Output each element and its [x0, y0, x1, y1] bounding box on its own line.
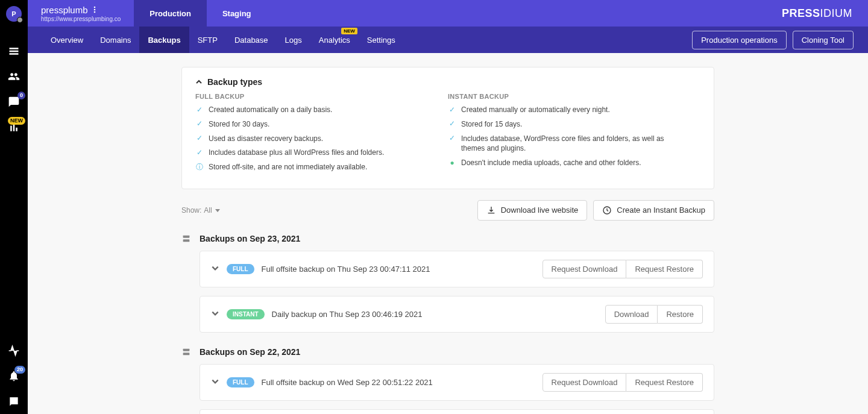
rail-notifications[interactable]: 20: [0, 363, 28, 389]
day-heading: Backups on Sep 23, 2021: [181, 234, 714, 243]
full-backup-heading: FULL BACKUP: [195, 93, 436, 100]
site-info[interactable]: pressplumb https://www.pressplumbing.co: [28, 5, 134, 22]
instant-backup-list: ✓Created manually or automatically every…: [448, 105, 688, 168]
account-avatar[interactable]: P: [6, 6, 22, 22]
backup-description: Full offsite backup on Thu Sep 23 00:47:…: [262, 265, 535, 274]
left-rail: P 0 NEW 20: [0, 0, 28, 414]
rail-sites[interactable]: [0, 39, 28, 64]
svg-rect-4: [183, 236, 190, 238]
env-tab-production[interactable]: Production: [134, 0, 207, 27]
tab-settings[interactable]: Settings: [359, 27, 404, 53]
expand-row[interactable]: [211, 264, 219, 274]
download-live-website-button[interactable]: Download live website: [477, 200, 588, 221]
tab-sftp[interactable]: SFTP: [189, 27, 226, 53]
request-download-button[interactable]: Request Download: [542, 373, 627, 392]
server-icon: [181, 347, 191, 357]
svg-point-2: [93, 11, 95, 13]
request-download-button[interactable]: Request Download: [542, 260, 627, 278]
tab-overview[interactable]: Overview: [42, 27, 92, 53]
backup-row: Instant Daily backup on Thu Sep 23 00:46…: [200, 296, 714, 333]
top-bar: pressplumb https://www.pressplumbing.co …: [28, 0, 868, 27]
production-operations-button[interactable]: Production operations: [692, 31, 786, 49]
activity-icon: [8, 345, 20, 357]
tab-logs[interactable]: Logs: [277, 27, 310, 53]
chat-badge: 0: [17, 92, 25, 99]
check-icon: ✓: [195, 134, 204, 143]
server-icon: [181, 234, 191, 243]
backup-actions: Request Download Request Restore: [542, 373, 703, 392]
brand-logo: PRESSIDIUM: [782, 7, 868, 20]
check-icon: ✓: [448, 120, 456, 128]
backup-types-panel: Backup types FULL BACKUP ✓Created automa…: [181, 67, 714, 189]
svg-rect-6: [183, 349, 190, 351]
svg-marker-3: [215, 209, 220, 212]
sub-nav: Overview Domains Backups SFTP Database L…: [28, 27, 868, 53]
check-icon: ✓: [195, 105, 204, 114]
svg-point-1: [93, 9, 95, 11]
backup-actions: Download Restore: [605, 305, 703, 324]
rail-help[interactable]: [0, 389, 28, 414]
chevron-up-icon: [195, 78, 203, 86]
help-icon: [8, 395, 20, 407]
notifications-badge: 20: [14, 366, 25, 374]
svg-rect-5: [183, 239, 190, 242]
new-flag: NEW: [341, 28, 357, 34]
request-restore-button[interactable]: Request Restore: [626, 260, 703, 278]
env-tabs: Production Staging: [134, 0, 266, 27]
download-icon: [486, 205, 496, 215]
backup-description: Daily backup on Thu Sep 23 00:46:19 2021: [272, 310, 598, 319]
env-tab-staging[interactable]: Staging: [207, 0, 267, 27]
day-group: Backups on Sep 22, 2021 Full Full offsit…: [181, 347, 714, 414]
check-icon: ✓: [448, 105, 456, 114]
chevron-down-icon: [211, 309, 219, 318]
caret-down-icon: [215, 207, 221, 213]
instant-backup-heading: INSTANT BACKUP: [448, 93, 688, 100]
restore-button[interactable]: Restore: [658, 305, 703, 324]
check-icon: ✓: [448, 134, 456, 143]
backup-type-pill: Full: [227, 264, 254, 274]
check-icon: ✓: [195, 148, 204, 157]
rail-analytics[interactable]: NEW: [0, 114, 28, 140]
dot-icon: ●: [448, 158, 456, 167]
full-backup-list: ✓Created automatically on a daily basis.…: [195, 105, 436, 172]
tab-database[interactable]: Database: [226, 27, 277, 53]
backup-toolbar: Show: All Download live website Create a…: [181, 200, 714, 221]
tab-domains[interactable]: Domains: [92, 27, 139, 53]
backup-type-pill: Full: [227, 377, 254, 387]
svg-rect-7: [183, 353, 190, 355]
info-icon: ⓘ: [195, 163, 204, 171]
svg-point-0: [93, 7, 95, 8]
show-filter[interactable]: Show: All: [181, 206, 221, 215]
more-icon[interactable]: [92, 5, 98, 14]
day-group: Backups on Sep 23, 2021 Full Full offsit…: [181, 234, 714, 333]
backup-types-toggle[interactable]: Backup types: [195, 77, 700, 87]
expand-row[interactable]: [211, 309, 219, 319]
stack-icon: [8, 45, 20, 57]
rail-activity[interactable]: [0, 338, 28, 363]
check-icon: ✓: [195, 120, 204, 128]
backup-description: Full offsite backup on Wed Sep 22 00:51:…: [262, 378, 535, 387]
panel-title: Backup types: [207, 77, 262, 87]
rail-team[interactable]: [0, 64, 28, 89]
rail-chat[interactable]: 0: [0, 89, 28, 114]
backup-row: Full Full offsite backup on Wed Sep 22 0…: [200, 364, 714, 401]
backup-row: Full Full offsite backup on Thu Sep 23 0…: [200, 251, 714, 287]
day-heading: Backups on Sep 22, 2021: [181, 347, 714, 357]
request-restore-button[interactable]: Request Restore: [626, 373, 703, 392]
tab-backups[interactable]: Backups: [139, 27, 189, 53]
download-button[interactable]: Download: [605, 305, 658, 324]
create-instant-backup-button[interactable]: Create an Instant Backup: [593, 200, 714, 221]
site-name: pressplumb: [41, 5, 88, 15]
backup-row: Instant Daily backup on Wed Sep 22 00:50…: [200, 409, 714, 414]
chevron-down-icon: [211, 377, 219, 386]
history-icon: [602, 205, 612, 215]
site-url: https://www.pressplumbing.co: [41, 16, 121, 22]
chevron-down-icon: [211, 264, 219, 272]
people-icon: [8, 71, 20, 83]
expand-row[interactable]: [211, 377, 219, 387]
backup-type-pill: Instant: [227, 309, 265, 319]
analytics-new-badge: NEW: [8, 117, 25, 125]
tab-analytics[interactable]: Analytics NEW: [310, 27, 359, 53]
main-content: Backup types FULL BACKUP ✓Created automa…: [28, 53, 868, 414]
cloning-tool-button[interactable]: Cloning Tool: [793, 31, 854, 49]
